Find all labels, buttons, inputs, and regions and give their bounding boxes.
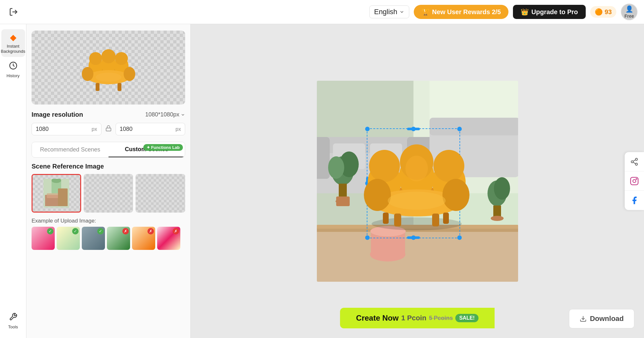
svg-rect-13: [118, 83, 121, 91]
download-button[interactable]: Download: [569, 309, 634, 328]
scene-checker-3: [136, 174, 185, 213]
example-thumb-5[interactable]: ✗: [132, 227, 155, 250]
lock-icon[interactable]: [104, 124, 113, 134]
upload-example-label: Example of Upload Image:: [32, 218, 185, 224]
instagram-button[interactable]: [625, 171, 644, 191]
example-images-grid: ✓ ✓ ✓ ✗ ✗ ✗: [32, 227, 185, 250]
create-now-label: Create Now: [356, 314, 399, 323]
reward-button[interactable]: 🏆 New User Rewards 2/5: [414, 5, 508, 19]
trophy-icon: 🏆: [421, 8, 430, 16]
scene-reference-title: Scene Reference Image: [32, 163, 185, 170]
sidebar-item-tools[interactable]: Tools: [1, 309, 25, 333]
svg-point-70: [631, 160, 633, 163]
avatar-button[interactable]: 👤 Free: [621, 4, 638, 20]
upgrade-button[interactable]: 👑 Upgrade to Pro: [513, 5, 585, 19]
sale-badge: SALE!: [455, 314, 478, 322]
logout-button[interactable]: [6, 5, 21, 19]
example-thumb-2[interactable]: ✓: [57, 227, 80, 250]
checker-background: [32, 31, 185, 105]
svg-point-56: [369, 150, 400, 182]
svg-rect-41: [317, 225, 518, 282]
language-selector[interactable]: English: [369, 5, 409, 18]
check-badge-2: ✓: [72, 228, 79, 234]
right-social-icons: [625, 152, 644, 210]
canvas-area[interactable]: Create Now 1 Pcoin 5 Pcoins SALE! Downlo…: [191, 24, 644, 338]
scene-reference-grid: [32, 174, 185, 213]
price-new: 1 Pcoin: [401, 314, 426, 322]
price-old: 5 Pcoins: [429, 315, 453, 322]
check-badge-3: ✓: [97, 228, 104, 234]
history-icon: [9, 61, 17, 72]
svg-point-11: [124, 67, 135, 81]
sidebar-item-instant-backgrounds[interactable]: ◆ Instant Backgrounds: [1, 29, 25, 57]
wh-row: px px: [32, 123, 185, 135]
facebook-button[interactable]: [625, 191, 644, 210]
functions-lab-badge: ✦ Functions Lab: [143, 144, 183, 151]
svg-point-47: [491, 216, 504, 221]
left-panel: Image resolution 1080*1080px px px: [26, 24, 191, 338]
share-button[interactable]: [625, 152, 644, 171]
example-thumb-6[interactable]: ✗: [157, 227, 180, 250]
topbar-right: English 🏆 New User Rewards 2/5 👑 Upgrade…: [369, 4, 638, 20]
resolution-selector[interactable]: 1080*1080px: [145, 111, 185, 118]
scene-checker-1: [33, 175, 80, 212]
scene-thumb-3[interactable]: [136, 174, 185, 213]
sidebar-bottom: Tools: [1, 309, 25, 333]
upgrade-label: Upgrade to Pro: [531, 8, 578, 16]
scene-thumb-1[interactable]: [32, 174, 81, 213]
reward-label: New User Rewards 2/5: [432, 8, 501, 16]
svg-rect-40: [336, 196, 350, 206]
svg-point-62: [388, 192, 446, 210]
main-chair-canvas: [355, 114, 478, 230]
sidebar-item-label-instant: Instant Backgrounds: [1, 44, 25, 54]
canvas-image-wrap: [317, 81, 518, 282]
resolution-row: Image resolution 1080*1080px: [32, 111, 185, 118]
example-thumb-4[interactable]: ✗: [107, 227, 130, 250]
download-label: Download: [590, 315, 624, 323]
download-area: Download: [569, 309, 634, 328]
svg-point-7: [101, 49, 116, 63]
create-bar: Create Now 1 Pcoin 5 Pcoins SALE!: [340, 308, 495, 328]
svg-point-71: [635, 163, 638, 165]
product-preview: [32, 31, 185, 105]
sidebar-item-history[interactable]: History: [1, 58, 25, 82]
svg-rect-29: [317, 137, 330, 179]
download-icon: [580, 315, 587, 322]
share-icon: [630, 158, 639, 166]
tabs-row: Recommended Scenes Custom Scenes ✦ Funct…: [32, 142, 185, 158]
svg-rect-66: [383, 213, 389, 224]
svg-rect-74: [630, 177, 638, 185]
height-input-wrap: px: [116, 123, 185, 135]
svg-rect-67: [443, 213, 449, 224]
width-input[interactable]: [36, 126, 90, 132]
width-input-wrap: px: [32, 123, 101, 135]
diamond-icon: ◆: [10, 32, 16, 42]
svg-point-61: [442, 179, 469, 211]
language-label: English: [374, 8, 397, 16]
scene-thumb-2[interactable]: [84, 174, 133, 213]
topbar-left: [6, 5, 21, 19]
check-badge-5: ✗: [147, 228, 154, 234]
resolution-value-text: 1080*1080px: [145, 111, 179, 118]
example-thumb-3[interactable]: ✓: [82, 227, 105, 250]
coin-icon: 🟠: [595, 8, 603, 16]
svg-point-75: [633, 179, 636, 182]
example-thumb-1[interactable]: ✓: [32, 227, 55, 250]
svg-rect-12: [96, 83, 99, 91]
svg-line-73: [633, 160, 635, 161]
coins-badge: 🟠 93: [590, 6, 616, 18]
svg-point-14: [96, 73, 121, 82]
instagram-icon: [630, 177, 639, 186]
svg-point-69: [635, 158, 638, 160]
svg-rect-65: [432, 214, 439, 226]
svg-line-72: [633, 162, 635, 163]
height-unit: px: [175, 126, 181, 132]
height-input[interactable]: [120, 126, 175, 132]
tab-recommended-scenes[interactable]: Recommended Scenes: [32, 142, 109, 157]
sidebar-item-label-history: History: [6, 73, 19, 78]
check-badge-4: ✗: [122, 228, 129, 234]
svg-rect-22: [58, 188, 68, 206]
svg-point-63: [405, 156, 428, 181]
avatar-label: Free: [624, 14, 634, 19]
create-now-button[interactable]: Create Now 1 Pcoin 5 Pcoins SALE!: [340, 308, 495, 328]
